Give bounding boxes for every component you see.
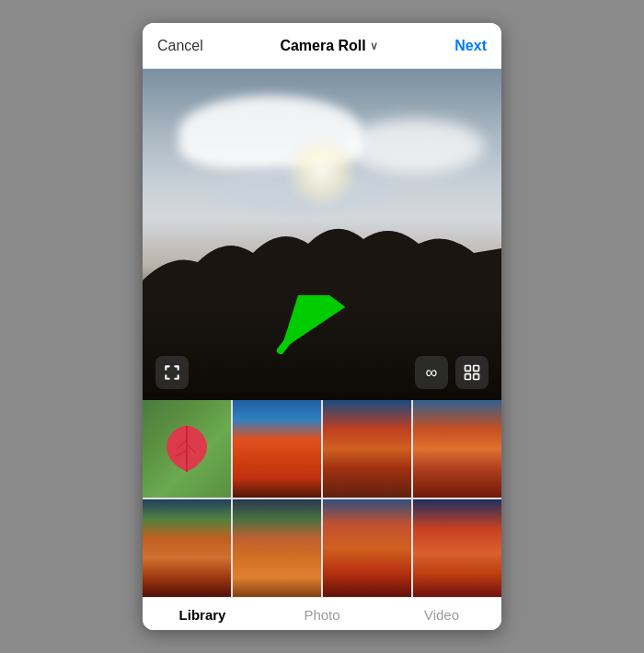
main-preview: ∞ [143, 69, 501, 400]
thumbnail-item[interactable] [233, 499, 321, 597]
thumbnail-item[interactable] [323, 400, 411, 498]
cancel-button[interactable]: Cancel [157, 38, 203, 54]
tab-library[interactable]: Library [143, 607, 262, 623]
sun-glow [285, 135, 359, 209]
expand-button[interactable] [155, 356, 189, 389]
svg-rect-3 [474, 374, 479, 380]
tab-video[interactable]: Video [382, 607, 501, 623]
tab-library-label: Library [179, 607, 226, 623]
green-arrow-annotation [253, 295, 345, 372]
svg-rect-2 [466, 374, 471, 380]
thumbnail-item[interactable] [413, 400, 501, 498]
thumbnail-grid [143, 400, 501, 597]
svg-rect-0 [466, 366, 471, 372]
layout-button[interactable] [455, 356, 489, 389]
thumbnail-item[interactable] [413, 499, 501, 597]
infinity-button[interactable]: ∞ [415, 356, 448, 389]
cloud-decoration [346, 119, 484, 174]
header-title[interactable]: Camera Roll ∨ [280, 38, 377, 54]
thumbnail-item[interactable] [143, 499, 231, 597]
tab-photo-label: Photo [304, 607, 339, 623]
header: Cancel Camera Roll ∨ Next [143, 23, 501, 69]
tab-bar: Library Photo Video [143, 597, 501, 630]
infinity-icon: ∞ [426, 364, 438, 381]
thumbnail-item[interactable] [143, 400, 231, 498]
tab-photo[interactable]: Photo [262, 607, 382, 623]
thumbnail-item[interactable] [233, 400, 321, 498]
phone-frame: Cancel Camera Roll ∨ Next [143, 23, 501, 630]
svg-rect-1 [474, 366, 479, 372]
camera-roll-label: Camera Roll [280, 38, 365, 54]
tab-video-label: Video [424, 607, 459, 623]
chevron-down-icon: ∨ [370, 40, 378, 52]
thumbnail-item[interactable] [323, 499, 411, 597]
next-button[interactable]: Next [454, 38, 487, 54]
